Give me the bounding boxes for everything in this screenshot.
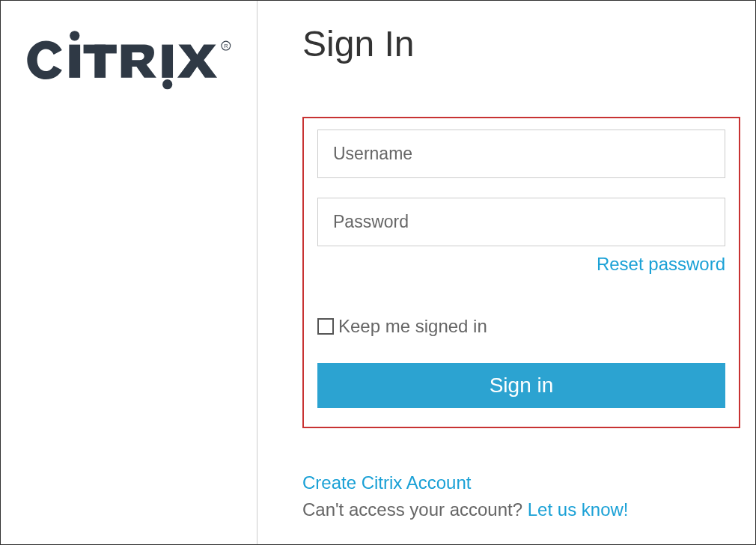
- keep-signed-in-checkbox[interactable]: [317, 318, 334, 335]
- keep-signed-in-label: Keep me signed in: [338, 316, 487, 337]
- password-input[interactable]: [317, 198, 725, 246]
- signin-button[interactable]: Sign in: [317, 363, 725, 408]
- help-link[interactable]: Let us know!: [528, 499, 629, 520]
- create-account-link[interactable]: Create Citrix Account: [302, 469, 471, 496]
- citrix-logo-icon: R: [19, 27, 240, 94]
- svg-rect-1: [69, 45, 80, 78]
- reset-password-link[interactable]: Reset password: [597, 254, 725, 274]
- svg-point-4: [162, 79, 172, 89]
- svg-rect-3: [94, 45, 106, 78]
- username-input[interactable]: [317, 130, 725, 178]
- logo-panel: R: [1, 1, 257, 544]
- footer-links: Create Citrix Account Can't access your …: [302, 469, 740, 523]
- svg-text:R: R: [224, 43, 228, 49]
- svg-rect-5: [162, 45, 173, 78]
- signin-form-area: Reset password Keep me signed in Sign in: [302, 117, 740, 428]
- svg-point-0: [70, 31, 79, 40]
- help-text: Can't access your account?: [302, 499, 528, 520]
- page-title: Sign In: [302, 23, 740, 64]
- signin-panel: Sign In Reset password Keep me signed in…: [257, 1, 755, 544]
